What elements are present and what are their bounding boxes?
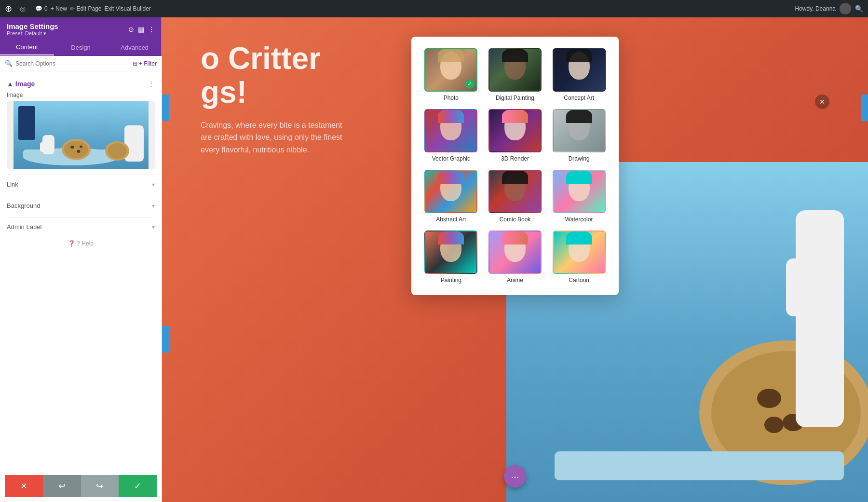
style-thumb-photo: ✓: [424, 48, 477, 92]
admin-label-section-header[interactable]: Admin Label ▾: [7, 217, 155, 236]
style-grid: ✓ Photo Digital Painting: [423, 48, 607, 284]
ring-icon-btn[interactable]: ◎: [17, 4, 28, 14]
style-label-3drender: 3D Render: [501, 155, 529, 162]
style-item-concept[interactable]: Concept Art: [551, 48, 607, 101]
sidebar-more-icon[interactable]: ⋮: [148, 26, 155, 33]
style-label-digital: Digital Painting: [496, 95, 534, 101]
svg-point-20: [764, 417, 784, 433]
undo-icon: ↩: [58, 481, 66, 491]
help-label: ? Help: [77, 240, 94, 247]
search-icon-btn[interactable]: 🔍: [855, 5, 863, 13]
tab-design[interactable]: Design: [54, 40, 108, 55]
admin-label-section: Admin Label ▾: [7, 217, 155, 236]
undo-button[interactable]: ↩: [43, 475, 81, 497]
tab-advanced[interactable]: Advanced: [108, 40, 162, 55]
link-label: Link: [7, 181, 18, 188]
search-icon: 🔍: [5, 60, 13, 67]
style-item-digital[interactable]: Digital Painting: [487, 48, 543, 101]
style-item-vector[interactable]: Vector Graphic: [423, 109, 479, 162]
style-label-comic: Comic Book: [500, 216, 531, 223]
svg-point-5: [70, 146, 74, 149]
style-thumb-vector: [424, 109, 477, 152]
new-button[interactable]: + New: [51, 5, 67, 12]
style-item-watercolor[interactable]: Watercolor: [551, 170, 607, 223]
style-item-3drender[interactable]: 3D Render: [487, 109, 543, 162]
exit-visual-builder-button[interactable]: Exit Visual Builder: [104, 5, 151, 12]
image-section-title: ▲ Image: [7, 80, 35, 88]
admin-label-text: Admin Label: [7, 223, 41, 231]
help-row[interactable]: ❓ ? Help: [7, 236, 155, 251]
topbar: ⊕ ◎ 💬 0 + New ✏ Edit Page Exit Visual Bu…: [0, 0, 868, 17]
style-label-cartoon: Cartoon: [569, 277, 589, 284]
svg-point-4: [64, 141, 88, 158]
section-menu-btn[interactable]: ⋮: [148, 80, 155, 88]
tab-content[interactable]: Content: [0, 40, 54, 55]
svg-rect-21: [796, 210, 844, 427]
content-close-button[interactable]: ✕: [815, 95, 829, 109]
main-layout: Image Settings Preset: Default ▾ ⊙ ▤ ⋮ C…: [0, 17, 868, 502]
style-thumb-abstract: [424, 170, 477, 213]
blue-bar-left-2: [162, 326, 169, 353]
content-area: ✕ o Critter gs! Cravings, where every bi…: [162, 17, 868, 502]
svg-point-6: [77, 150, 80, 153]
style-thumb-drawing: [553, 109, 606, 152]
style-label-drawing: Drawing: [569, 155, 590, 162]
filter-label: + Filter: [139, 60, 157, 67]
avatar: [840, 3, 851, 14]
style-item-drawing[interactable]: Drawing: [551, 109, 607, 162]
image-preview-svg: [14, 101, 149, 169]
background-arrow-icon: ▾: [152, 203, 155, 209]
sidebar-header: Image Settings Preset: Default ▾ ⊙ ▤ ⋮: [0, 17, 162, 40]
filter-button[interactable]: ⊞ + Filter: [133, 60, 157, 67]
svg-rect-23: [555, 451, 844, 480]
blue-bar-left-1: [162, 95, 169, 121]
style-thumb-painting: [424, 231, 477, 274]
svg-point-13: [108, 143, 127, 159]
sidebar-layout-icon[interactable]: ▤: [138, 26, 144, 33]
redo-button[interactable]: ↪: [81, 475, 119, 497]
style-item-photo[interactable]: ✓ Photo: [423, 48, 479, 101]
style-label-photo: Photo: [444, 95, 459, 101]
sidebar-title-row: Image Settings: [7, 22, 58, 30]
sidebar-content: ▲ Image ⋮ Image: [0, 71, 162, 470]
comment-icon: 💬: [35, 5, 42, 12]
image-label: Image: [7, 92, 155, 98]
background-section: Background ▾: [7, 196, 155, 215]
save-icon: ✓: [134, 481, 141, 491]
svg-rect-8: [18, 106, 35, 140]
sidebar-tabs: Content Design Advanced: [0, 40, 162, 56]
svg-point-7: [80, 146, 82, 148]
sidebar-preset[interactable]: Preset: Default ▾: [7, 30, 58, 37]
link-arrow-icon: ▾: [152, 181, 155, 188]
image-preview: [7, 101, 155, 169]
style-thumb-3drender: [488, 109, 542, 152]
svg-rect-10: [40, 142, 45, 152]
link-section-header[interactable]: Link ▾: [7, 175, 155, 194]
exit-label: Exit Visual Builder: [104, 5, 151, 12]
redo-icon: ↪: [96, 481, 103, 491]
background-label: Background: [7, 202, 40, 209]
background-section-header[interactable]: Background ▾: [7, 196, 155, 215]
close-button[interactable]: ✕: [5, 475, 43, 497]
save-button[interactable]: ✓: [119, 475, 157, 497]
edit-page-label: ✏ Edit Page: [70, 5, 101, 12]
style-item-anime[interactable]: Anime: [487, 231, 543, 284]
comments-button[interactable]: 💬 0: [35, 5, 48, 12]
sidebar: Image Settings Preset: Default ▾ ⊙ ▤ ⋮ C…: [0, 17, 162, 502]
fab-button[interactable]: ···: [504, 465, 526, 488]
svg-point-17: [757, 389, 781, 408]
sidebar-settings-icon[interactable]: ⊙: [128, 26, 134, 33]
style-item-cartoon[interactable]: Cartoon: [551, 231, 607, 284]
selected-check: ✓: [465, 79, 475, 89]
style-thumb-concept: [553, 48, 606, 92]
style-modal: ✓ Photo Digital Painting: [411, 37, 619, 295]
style-item-abstract[interactable]: Abstract Art: [423, 170, 479, 223]
admin-arrow-icon: ▾: [152, 224, 155, 231]
svg-rect-22: [786, 258, 810, 316]
edit-page-button[interactable]: ✏ Edit Page: [70, 5, 101, 12]
wordpress-icon: ⊕: [5, 3, 12, 14]
style-item-comic[interactable]: Comic Book: [487, 170, 543, 223]
style-label-abstract: Abstract Art: [436, 216, 466, 223]
search-input[interactable]: [15, 60, 130, 67]
style-item-painting[interactable]: Painting: [423, 231, 479, 284]
